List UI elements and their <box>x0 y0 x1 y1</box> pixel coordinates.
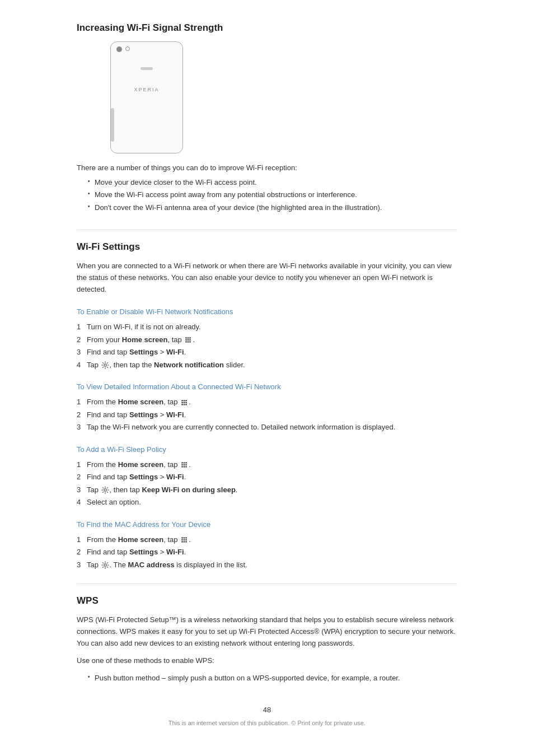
step-item: 1 From the Home screen, tap . <box>77 396 457 408</box>
gear-icon <box>101 486 109 494</box>
svg-point-17 <box>184 404 185 405</box>
svg-point-2 <box>190 338 191 339</box>
step-item: 3 Find and tap Settings > Wi-Fi. <box>77 347 457 358</box>
svg-point-13 <box>181 402 183 404</box>
svg-point-12 <box>185 400 187 402</box>
step-item: 2 Find and tap Settings > Wi-Fi. <box>77 409 457 421</box>
view-info-steps: 1 From the Home screen, tap . 2 Find and… <box>77 396 457 433</box>
subsection-mac-address-title: To Find the MAC Address for Your Device <box>77 520 457 529</box>
bullet-item: Move the Wi-Fi access point away from an… <box>88 189 457 200</box>
subsection-notifications: To Enable or Disable Wi-Fi Network Notif… <box>77 307 457 370</box>
svg-point-38 <box>104 564 106 566</box>
svg-point-6 <box>186 342 188 343</box>
section-wifi-signal: Increasing Wi-Fi Signal Strength XPERIA … <box>77 22 457 213</box>
device-illustration: XPERIA <box>110 41 183 153</box>
svg-point-30 <box>184 538 185 539</box>
svg-point-14 <box>184 402 185 404</box>
svg-point-19 <box>181 463 183 464</box>
subsection-view-info-title: To View Detailed Information About a Con… <box>77 382 457 391</box>
device-lens-icon <box>125 46 130 51</box>
step-item: 2 Find and tap Settings > Wi-Fi. <box>77 547 457 558</box>
svg-point-10 <box>181 400 183 402</box>
svg-point-18 <box>185 404 187 405</box>
svg-point-36 <box>184 542 185 543</box>
bullet-item: Move your device closer to the Wi-Fi acc… <box>88 177 457 188</box>
subsection-mac-address: To Find the MAC Address for Your Device … <box>77 520 457 571</box>
svg-point-7 <box>188 342 189 343</box>
svg-point-4 <box>188 339 189 341</box>
subsection-sleep-policy-title: To Add a Wi-Fi Sleep Policy <box>77 445 457 454</box>
wifi-signal-bullets: Move your device closer to the Wi-Fi acc… <box>77 177 457 213</box>
step-item: 1 From the Home screen, tap . <box>77 534 457 545</box>
step-item: 3 Tap , then tap Keep Wi-Fi on during sl… <box>77 484 457 496</box>
svg-point-24 <box>185 464 187 466</box>
sleep-policy-steps: 1 From the Home screen, tap . 2 Find and… <box>77 459 457 508</box>
footer-text: This is an internet version of this publ… <box>77 720 457 726</box>
step-item: 4 Select an option. <box>77 497 457 508</box>
step-item: 1 From the Home screen, tap . <box>77 459 457 470</box>
svg-point-5 <box>190 339 191 341</box>
gear-icon <box>101 361 109 369</box>
wifi-settings-intro: When you are connected to a Wi-Fi networ… <box>77 260 457 295</box>
step-item: 3 Tap the Wi-Fi network you are currentl… <box>77 422 457 433</box>
wps-para-2: Use one of these methods to enable WPS: <box>77 655 457 667</box>
svg-point-26 <box>184 466 185 468</box>
subsection-view-info: To View Detailed Information About a Con… <box>77 382 457 433</box>
notifications-steps: 1 Turn on Wi-Fi, if it is not on already… <box>77 321 457 370</box>
step-item: 4 Tap , then tap the Network notificatio… <box>77 360 457 371</box>
svg-point-16 <box>181 404 183 405</box>
subsection-notifications-title: To Enable or Disable Wi-Fi Network Notif… <box>77 307 457 316</box>
device-camera-icon <box>116 46 122 52</box>
svg-point-8 <box>190 342 191 343</box>
svg-point-31 <box>185 538 187 539</box>
svg-point-11 <box>184 400 185 402</box>
wps-title: WPS <box>77 595 457 606</box>
svg-point-25 <box>181 466 183 468</box>
svg-point-0 <box>186 338 188 339</box>
svg-point-35 <box>181 542 183 543</box>
svg-point-37 <box>185 542 187 543</box>
device-highlight-area <box>111 108 114 142</box>
device-brand-label: XPERIA <box>134 87 159 92</box>
apps-icon <box>180 536 188 544</box>
device-speaker-icon <box>140 67 153 70</box>
svg-point-3 <box>186 339 188 341</box>
svg-point-33 <box>184 539 185 541</box>
apps-icon <box>184 336 192 344</box>
wifi-signal-title: Increasing Wi-Fi Signal Strength <box>77 22 457 34</box>
step-item: 2 From your Home screen, tap . <box>77 334 457 346</box>
mac-address-steps: 1 From the Home screen, tap . 2 Find and… <box>77 534 457 571</box>
step-item: 2 Find and tap Settings > Wi-Fi. <box>77 472 457 483</box>
svg-point-27 <box>185 466 187 468</box>
svg-point-28 <box>104 489 106 491</box>
step-item: 3 Tap . The MAC address is displayed in … <box>77 559 457 571</box>
svg-point-1 <box>188 338 189 339</box>
wifi-settings-title: Wi-Fi Settings <box>77 241 457 253</box>
step-item: 1 Turn on Wi-Fi, if it is not on already… <box>77 321 457 333</box>
bullet-item: Don't cover the Wi-Fi antenna area of yo… <box>88 202 457 213</box>
svg-point-9 <box>104 364 106 366</box>
wps-para-1: WPS (Wi-Fi Protected Setup™) is a wirele… <box>77 614 457 649</box>
svg-point-34 <box>185 539 187 541</box>
bullet-item: Push button method – simply push a butto… <box>88 673 457 684</box>
svg-point-15 <box>185 402 187 404</box>
svg-point-21 <box>185 463 187 464</box>
svg-point-22 <box>181 464 183 466</box>
wifi-signal-intro: There are a number of things you can do … <box>77 162 457 174</box>
section-wps: WPS WPS (Wi-Fi Protected Setup™) is a wi… <box>77 584 457 683</box>
page-content: Increasing Wi-Fi Signal Strength XPERIA … <box>77 0 457 756</box>
wps-bullets: Push button method – simply push a butto… <box>77 673 457 684</box>
page-number: 48 <box>77 706 457 714</box>
svg-point-29 <box>181 538 183 539</box>
svg-point-32 <box>181 539 183 541</box>
svg-point-20 <box>184 463 185 464</box>
apps-icon <box>180 461 188 469</box>
svg-point-23 <box>184 464 185 466</box>
gear-icon <box>101 561 109 569</box>
subsection-sleep-policy: To Add a Wi-Fi Sleep Policy 1 From the H… <box>77 445 457 508</box>
section-wifi-settings: Wi-Fi Settings When you are connected to… <box>77 230 457 570</box>
apps-icon <box>180 399 188 407</box>
